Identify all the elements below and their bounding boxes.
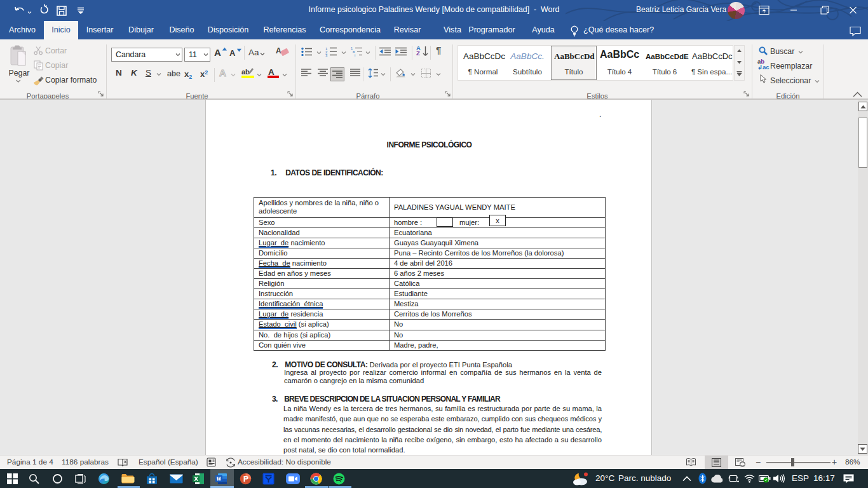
svg-text:3: 3: [325, 53, 328, 57]
svg-text:i: i: [355, 53, 355, 57]
